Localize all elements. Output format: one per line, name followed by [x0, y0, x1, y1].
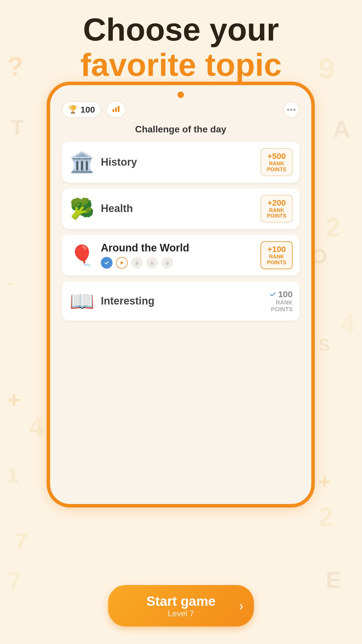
level-lock-icon[interactable]	[161, 257, 173, 269]
svg-rect-6	[166, 262, 169, 265]
more-menu-button[interactable]: •••	[283, 102, 300, 118]
rank-points-history: +500	[266, 152, 287, 161]
start-game-button[interactable]: Start game Level 7 ›	[108, 585, 254, 626]
rank-check-row-interesting: 100	[269, 289, 293, 299]
chart-badge[interactable]	[106, 101, 126, 118]
trophy-badge[interactable]: 🏆 100	[62, 101, 101, 118]
more-dots-icon: •••	[287, 105, 296, 114]
topic-icon-history: 🏛️	[69, 149, 95, 175]
trophy-icon: 🏆	[68, 105, 78, 114]
rank-label-around-the-world: RANK POINTS	[266, 254, 287, 266]
challenge-title: Challenge of the day	[62, 124, 300, 135]
topic-card-history[interactable]: 🏛️History+500RANK POINTS	[62, 142, 300, 183]
svg-rect-5	[151, 262, 154, 265]
phone-content: 🏆 100 ••• Challenge of the day 🏛️History…	[50, 98, 311, 335]
topic-name-health: Health	[101, 202, 255, 215]
svg-rect-2	[118, 106, 120, 112]
svg-rect-4	[136, 262, 138, 265]
camera-dot	[178, 92, 184, 98]
level-play-icon[interactable]	[116, 257, 128, 269]
level-lock-icon[interactable]	[131, 257, 143, 269]
svg-rect-1	[115, 107, 117, 112]
title-line1: Choose your	[0, 12, 362, 47]
phone-frame: 🏆 100 ••• Challenge of the day 🏛️History…	[47, 82, 315, 508]
svg-marker-3	[121, 261, 124, 265]
topic-name-around-the-world: Around the World	[101, 242, 255, 254]
rank-badge-health: +200RANK POINTS	[261, 195, 293, 223]
topic-name-interesting: Interesting	[101, 295, 263, 307]
topic-card-around-the-world[interactable]: 🎈Around the World+100RANK POINTS	[62, 235, 300, 276]
topic-icon-around-the-world: 🎈	[69, 242, 95, 268]
trophy-score: 100	[80, 105, 95, 115]
topic-info-health: Health	[101, 202, 255, 215]
rank-label-health: RANK POINTS	[266, 208, 287, 219]
start-game-level: Level 7	[168, 609, 194, 618]
rank-points-around-the-world: +100	[266, 245, 287, 254]
rank-badge-history: +500RANK POINTS	[261, 148, 293, 176]
start-game-label: Start game	[146, 593, 216, 609]
start-game-arrow-icon: ›	[239, 598, 243, 613]
start-button-wrap: Start game Level 7 ›	[108, 585, 254, 626]
rank-badge-interesting: 100RANKPOINTS	[269, 289, 293, 313]
topic-name-history: History	[101, 156, 255, 168]
topic-info-history: History	[101, 156, 255, 168]
rank-label-history: RANK POINTS	[266, 161, 287, 173]
header-row: 🏆 100 •••	[62, 101, 300, 118]
topic-icon-health: 🥦	[69, 195, 95, 222]
title-section: Choose your favorite topic	[0, 12, 362, 82]
chart-icon	[112, 104, 120, 115]
topic-card-interesting[interactable]: 📖Interesting100RANKPOINTS	[62, 281, 300, 321]
rank-badge-around-the-world: +100RANK POINTS	[261, 241, 293, 269]
level-lock-icon[interactable]	[146, 257, 158, 269]
title-line2: favorite topic	[0, 47, 362, 82]
topic-info-around-the-world: Around the World	[101, 242, 255, 269]
topic-card-health[interactable]: 🥦Health+200RANK POINTS	[62, 188, 300, 229]
rank-points-health: +200	[266, 198, 287, 208]
topic-icon-interesting: 📖	[69, 288, 95, 314]
svg-rect-0	[113, 109, 114, 112]
topic-info-interesting: Interesting	[101, 295, 263, 307]
topic-levels-around-the-world	[101, 257, 255, 269]
topics-list: 🏛️History+500RANK POINTS🥦Health+200RANK …	[62, 142, 300, 321]
level-check-icon[interactable]	[101, 257, 113, 269]
